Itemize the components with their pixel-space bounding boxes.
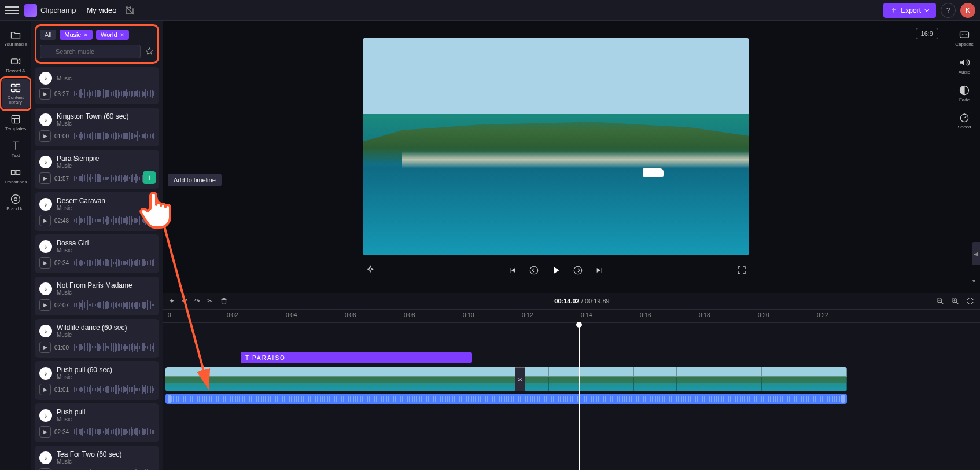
waveform-preview — [74, 384, 154, 395]
preview-play-button[interactable]: ▶ — [39, 299, 51, 311]
filter-chip-music[interactable]: Music✕ — [60, 30, 93, 40]
fade-icon — [959, 85, 970, 96]
svg-rect-3 — [12, 89, 16, 91]
menu-button[interactable] — [5, 3, 19, 17]
sidebar-item-your-media[interactable]: Your media — [2, 25, 30, 51]
autosave-icon — [124, 5, 135, 16]
play-button[interactable] — [549, 263, 563, 277]
music-note-icon: ♪ — [39, 240, 52, 253]
aspect-ratio-badge[interactable]: 16:9 — [916, 28, 938, 39]
right-sidebar-item-captions[interactable]: Captions — [950, 25, 978, 51]
skip-forward-button[interactable] — [593, 263, 607, 277]
skip-back-button[interactable] — [505, 263, 519, 277]
music-track-item[interactable]: ♪ Kingston Town (60 sec) Music ▶ 01:00 — [35, 108, 159, 146]
video-frame-thumb — [165, 367, 208, 391]
ruler-tick: 0:04 — [286, 312, 297, 318]
ruler-tick: 0:22 — [817, 312, 828, 318]
magic-tool-icon[interactable]: ✦ — [169, 297, 175, 305]
video-frame-thumb — [719, 367, 762, 391]
waveform-preview — [74, 131, 154, 141]
video-frame-thumb — [762, 367, 805, 391]
right-sidebar-item-audio[interactable]: Audio — [950, 53, 978, 79]
svg-point-8 — [14, 197, 17, 200]
timeline-ruler[interactable]: 00:020:040:060:080:100:120:140:160:180:2… — [163, 309, 980, 323]
music-track-item[interactable]: ♪ Bossa Girl Music ▶ 02:34 — [35, 234, 159, 273]
music-track-item[interactable]: ♪ Tea For Two (60 sec) Music ▶ — [35, 446, 159, 470]
right-sidebar-item-fade[interactable]: Fade — [950, 81, 978, 107]
collapse-timeline-button[interactable]: ▾ — [972, 278, 975, 284]
content-library-panel: All Music✕ World✕ ♪ Music ▶ — [31, 21, 163, 470]
step-back-button[interactable] — [527, 263, 541, 277]
track-duration: 02:34 — [54, 429, 71, 435]
track-list[interactable]: ♪ Music ▶ 03:27 ♪ Kingston Town (60 sec)… — [31, 67, 163, 470]
help-button[interactable]: ? — [941, 3, 956, 18]
expand-panel-tab[interactable]: ◀ — [972, 242, 980, 265]
sidebar-item-transitions[interactable]: Transitions — [2, 163, 30, 189]
delete-button[interactable] — [220, 297, 228, 305]
text-clip[interactable]: T PARAISO — [241, 352, 472, 363]
svg-rect-0 — [12, 59, 18, 64]
track-duration: 02:48 — [54, 218, 71, 224]
music-track-item[interactable]: ♪ Wildlife dance (60 sec) Music ▶ 01:00 — [35, 319, 159, 358]
track-duration: 01:57 — [54, 175, 71, 182]
track-duration: 01:00 — [54, 344, 71, 351]
music-track-item[interactable]: ♪ Push pull (60 sec) Music ▶ 01:01 — [35, 361, 159, 400]
sidebar-item-brand-kit[interactable]: Brand kit — [2, 190, 30, 215]
sidebar-item-text[interactable]: Text — [2, 137, 30, 162]
preview-play-button[interactable]: ▶ — [39, 342, 51, 353]
split-button[interactable]: ✂ — [207, 297, 213, 305]
music-note-icon: ♪ — [39, 156, 52, 168]
track-title: Push pull (60 sec) — [57, 366, 154, 374]
audio-track[interactable] — [165, 394, 847, 404]
timeline-tracks[interactable]: T PARAISO ⋈ — [163, 323, 980, 470]
video-track[interactable] — [165, 367, 847, 391]
fit-timeline-button[interactable] — [966, 297, 974, 305]
music-track-item[interactable]: ♪ Push pull Music ▶ 02:34 — [35, 403, 159, 442]
remove-chip-icon[interactable]: ✕ — [120, 32, 124, 38]
music-track-item[interactable]: ♪ Desert Caravan Music ▶ 02:48 — [35, 192, 159, 231]
right-sidebar-item-speed[interactable]: Speed — [950, 108, 978, 134]
zoom-out-button[interactable] — [936, 297, 944, 305]
video-frame-thumb — [463, 367, 506, 391]
preview-play-button[interactable]: ▶ — [39, 426, 51, 438]
step-forward-button[interactable] — [571, 263, 585, 277]
export-button[interactable]: Export — [883, 3, 936, 18]
add-to-timeline-button[interactable]: + — [143, 171, 156, 184]
ruler-tick: 0:18 — [699, 312, 710, 318]
player-controls — [363, 263, 749, 277]
sidebar-item-templates[interactable]: Templates — [2, 110, 30, 135]
playhead[interactable] — [579, 323, 580, 470]
preview-play-button[interactable]: ▶ — [39, 215, 51, 226]
project-name[interactable]: My video — [86, 6, 116, 14]
sidebar-item-record[interactable]: Record & — [2, 52, 30, 78]
ai-enhance-icon[interactable] — [363, 263, 377, 277]
fullscreen-button[interactable] — [735, 263, 749, 277]
music-track-item[interactable]: ♪ Music ▶ 03:27 — [35, 67, 159, 104]
filter-chip-all[interactable]: All — [40, 30, 56, 40]
transitions-icon — [10, 167, 21, 178]
preview-play-button[interactable]: ▶ — [39, 130, 51, 142]
preview-play-button[interactable]: ▶ — [39, 384, 51, 395]
music-note-icon: ♪ — [39, 72, 52, 85]
svg-rect-11 — [960, 32, 969, 38]
premium-filter-icon[interactable] — [145, 47, 154, 56]
music-track-item[interactable]: ♪ Para Siempre Music ▶ 01:57 + — [35, 150, 159, 189]
user-avatar[interactable]: K — [960, 3, 975, 18]
undo-button[interactable]: ↶ — [182, 297, 187, 305]
preview-play-button[interactable]: ▶ — [39, 172, 51, 184]
music-track-item[interactable]: ♪ Not From Paris Madame Music ▶ 02:07 — [35, 277, 159, 315]
search-input[interactable] — [40, 45, 141, 58]
track-title: Wildlife dance (60 sec) — [57, 324, 154, 332]
remove-chip-icon[interactable]: ✕ — [83, 32, 88, 38]
redo-button[interactable]: ↷ — [194, 297, 200, 305]
track-title: Kingston Town (60 sec) — [57, 112, 154, 120]
video-preview[interactable] — [363, 38, 749, 255]
track-title: Bossa Girl — [57, 239, 154, 247]
transition-marker[interactable]: ⋈ — [515, 367, 525, 391]
audio-clip-handle-right[interactable] — [841, 395, 845, 403]
zoom-in-button[interactable] — [951, 297, 959, 305]
preview-play-button[interactable]: ▶ — [39, 257, 51, 269]
filter-chip-world[interactable]: World✕ — [96, 30, 129, 40]
preview-play-button[interactable]: ▶ — [39, 88, 51, 100]
sidebar-item-content-library[interactable]: Content library — [2, 79, 30, 109]
